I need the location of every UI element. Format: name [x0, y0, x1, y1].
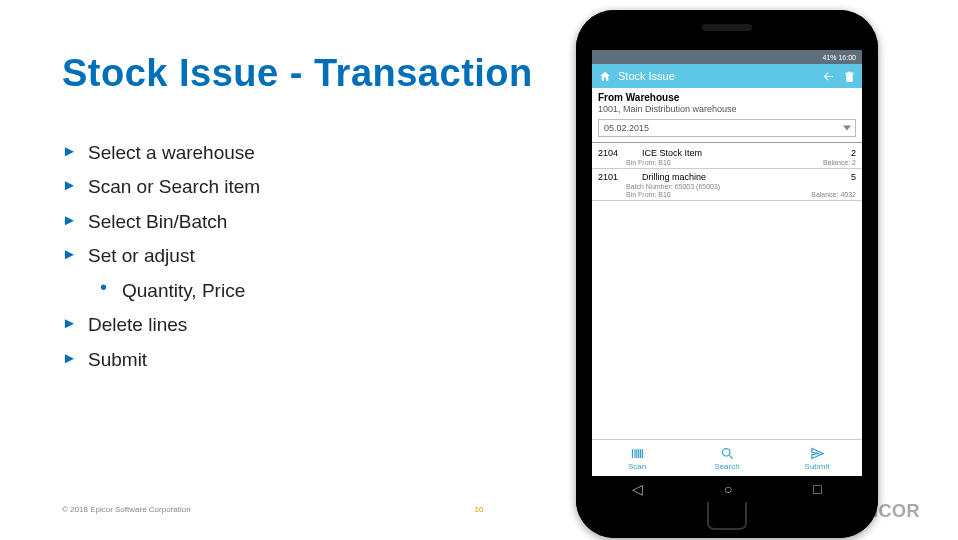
from-warehouse-label: From Warehouse	[592, 88, 862, 104]
nav-home-icon[interactable]: ○	[724, 481, 732, 497]
bullet-item: ►Scan or Search item	[62, 172, 260, 201]
slide-title: Stock Issue - Transaction	[62, 52, 533, 95]
bottom-tab-bar: Scan Search Submit	[592, 439, 862, 476]
balance-value: 4032	[840, 191, 856, 198]
arrow-icon: ►	[62, 207, 88, 233]
arrow-icon: ►	[62, 172, 88, 198]
arrow-icon: ►	[62, 345, 88, 371]
nav-recent-icon[interactable]: □	[813, 481, 821, 497]
tab-submit[interactable]: Submit	[772, 440, 862, 476]
arrow-icon: ►	[62, 310, 88, 336]
batch-label: Batch Number:	[626, 183, 673, 190]
tab-label: Search	[714, 462, 739, 471]
bin-label: Bin From:	[626, 191, 656, 198]
arrow-icon: ►	[62, 138, 88, 164]
bullet-text: Set or adjust	[88, 241, 195, 270]
line-name: ICE Stock Item	[618, 148, 851, 158]
bullet-text: Submit	[88, 345, 147, 374]
android-status-bar: 41% 16:00	[592, 50, 862, 64]
arrow-icon: ►	[62, 241, 88, 267]
tab-label: Scan	[628, 462, 646, 471]
line-code: 2104	[598, 148, 618, 158]
back-arrow-icon[interactable]	[822, 70, 835, 83]
from-warehouse-value[interactable]: 1001, Main Distribution warehouse	[592, 104, 862, 117]
svg-point-0	[722, 448, 730, 456]
bullet-item: ►Select Bin/Batch	[62, 207, 260, 236]
bullet-text: Scan or Search item	[88, 172, 260, 201]
batch-value: 65003 (65003)	[675, 183, 721, 190]
sub-bullet-text: Quantity, Price	[122, 276, 245, 305]
nav-back-icon[interactable]: ◁	[632, 481, 643, 497]
home-icon[interactable]	[598, 70, 612, 83]
android-nav-bar: ◁ ○ □	[592, 476, 862, 502]
balance-label: Balance:	[811, 191, 838, 198]
dot-icon: •	[100, 276, 122, 298]
tab-scan[interactable]: Scan	[592, 440, 682, 476]
bin-value: B10	[658, 191, 670, 198]
bullet-item: ►Select a warehouse	[62, 138, 260, 167]
stock-line[interactable]: 2104 ICE Stock Item 2 Bin From: B10 Bala…	[592, 145, 862, 169]
sub-bullet: •Quantity, Price	[100, 276, 260, 305]
phone-mock: 41% 16:00 Stock Issue From Warehouse 100…	[576, 10, 878, 538]
balance-label: Balance:	[823, 159, 850, 166]
balance-value: 2	[852, 159, 856, 166]
bin-value: B10	[658, 159, 670, 166]
stock-line[interactable]: 2101 Drilling machine 5 Batch Number: 65…	[592, 169, 862, 201]
divider	[592, 142, 862, 143]
search-icon	[720, 446, 735, 461]
trash-icon[interactable]	[843, 70, 856, 83]
status-right: 41% 16:00	[823, 54, 856, 61]
bullet-text: Select Bin/Batch	[88, 207, 227, 236]
bullet-item: ►Submit	[62, 345, 260, 374]
tab-search[interactable]: Search	[682, 440, 772, 476]
bullet-list: ►Select a warehouse ►Scan or Search item…	[62, 138, 260, 379]
tab-label: Submit	[805, 462, 830, 471]
phone-screen: 41% 16:00 Stock Issue From Warehouse 100…	[592, 50, 862, 476]
bullet-item: ►Set or adjust	[62, 241, 260, 270]
app-title: Stock Issue	[618, 70, 675, 82]
line-code: 2101	[598, 172, 618, 182]
bullet-item: ►Delete lines	[62, 310, 260, 339]
bullet-text: Select a warehouse	[88, 138, 255, 167]
line-name: Drilling machine	[618, 172, 851, 182]
line-qty: 5	[851, 172, 856, 182]
date-dropdown[interactable]: 05.02.2015	[598, 119, 856, 137]
bin-label: Bin From:	[626, 159, 656, 166]
footer-copyright: © 2018 Epicor Software Corporation	[62, 505, 191, 514]
barcode-icon	[630, 446, 645, 461]
line-qty: 2	[851, 148, 856, 158]
send-icon	[810, 446, 825, 461]
footer-page-number: 10	[475, 505, 484, 514]
bullet-text: Delete lines	[88, 310, 187, 339]
app-bar: Stock Issue	[592, 64, 862, 88]
